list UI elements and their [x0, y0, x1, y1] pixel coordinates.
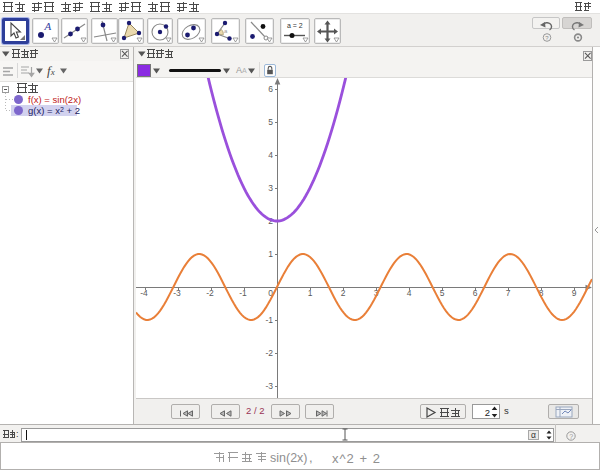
svg-text:-3: -3: [265, 381, 273, 391]
svg-text:1: 1: [268, 249, 273, 259]
svg-text:?: ?: [569, 432, 573, 439]
svg-text:-3: -3: [173, 288, 181, 298]
svg-text:a: a: [224, 28, 228, 34]
svg-text:A: A: [43, 20, 51, 32]
svg-text:-1: -1: [239, 288, 247, 298]
svg-text:5: 5: [440, 288, 445, 298]
svg-text:-4: -4: [140, 288, 148, 298]
svg-text:6: 6: [268, 84, 273, 94]
svg-text:4: 4: [268, 150, 273, 160]
svg-text:2: 2: [341, 288, 346, 298]
svg-text:5: 5: [268, 117, 273, 127]
svg-text:1: 1: [308, 288, 313, 298]
svg-text:3: 3: [268, 183, 273, 193]
svg-text:9: 9: [572, 288, 577, 298]
svg-text:6: 6: [473, 288, 478, 298]
svg-text:-1: -1: [265, 315, 273, 325]
svg-text:a = 2: a = 2: [287, 22, 303, 29]
svg-text:-2: -2: [265, 348, 273, 358]
svg-text:4: 4: [407, 288, 412, 298]
svg-text:?: ?: [545, 35, 549, 41]
svg-text:-2: -2: [206, 288, 214, 298]
svg-text:7: 7: [506, 288, 511, 298]
